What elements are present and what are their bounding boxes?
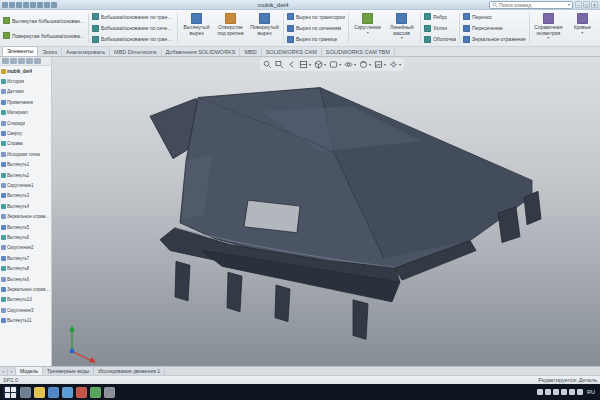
ribbon-button[interactable]: Отверстие под крепеж [214,11,247,45]
graphics-viewport[interactable]: ▾▾▾▾▾▾▾ [52,57,600,366]
tree-item[interactable]: Скругление2 [0,243,51,253]
close-icon[interactable]: × [591,1,598,8]
tree-item[interactable]: Зеркальное отражение1 [0,211,51,221]
app-icon[interactable] [20,387,31,398]
ribbon-button[interactable]: Скругление▾ [351,11,384,45]
tree-item[interactable]: Справа [0,139,51,149]
zoom-area-icon[interactable] [274,59,285,70]
options-icon[interactable] [51,2,57,8]
ribbon-button[interactable]: Линейный массив▾ [385,11,418,45]
ribbon-button[interactable]: Бобышка/основание по границе [91,34,175,45]
part-model[interactable] [52,57,600,366]
ribbon-button[interactable]: Зеркальное отражение [462,34,527,45]
tree-item[interactable]: Зеркальное отражение2 [0,284,51,294]
tree-item[interactable]: Вытянуть4 [0,201,51,211]
model-tab[interactable]: Исследование движения 1 [94,367,165,375]
rebuild-icon[interactable] [44,2,50,8]
ribbon-button[interactable]: Вытянутая бобышка/основание [2,15,86,26]
print-icon[interactable] [23,2,29,8]
tree-item[interactable]: Вытянуть2 [0,170,51,180]
tree-item[interactable]: Сверху [0,128,51,138]
tray-icon[interactable] [561,389,567,395]
tree-item[interactable]: Исходная точка [0,149,51,159]
ribbon-button[interactable]: Повернутый вырез [248,11,281,45]
featuremanager-icon[interactable] [2,58,9,64]
ribbon-button[interactable]: Бобышка/основание по траектории [91,11,175,22]
propertymanager-icon[interactable] [10,58,17,64]
ribbon-tab[interactable]: Добавления SOLIDWORKS [162,48,241,56]
model-tab[interactable]: Модель [16,367,43,375]
tree-item[interactable]: Примечания [0,97,51,107]
tree-item[interactable]: Вытянуть9 [0,274,51,284]
undo-icon[interactable] [30,2,36,8]
ribbon-button[interactable]: Перенос [462,11,527,22]
zoom-fit-icon[interactable] [262,59,273,70]
ribbon-button[interactable]: Оболочка [423,34,457,45]
tabs-scroll-right-icon[interactable]: › [8,367,16,375]
tree-item[interactable]: Материал [0,108,51,118]
tray-icon[interactable] [537,389,543,395]
ribbon-button[interactable]: Повернутая бобышка/основание [2,30,86,41]
tree-item[interactable]: Скругление3 [0,305,51,315]
tree-root-item[interactable]: mubik_det4 [0,66,51,76]
ribbon-tab[interactable]: MBD Dimensions [110,48,161,56]
ribbon-button[interactable]: Вырез по сечениям [286,23,346,34]
ribbon-button[interactable]: Пересечение [462,23,527,34]
tree-item[interactable]: История [0,76,51,86]
tray-icon[interactable] [545,389,551,395]
open-icon[interactable] [9,2,15,8]
tree-item[interactable]: Вытянуть8 [0,263,51,273]
app-icon[interactable] [48,387,59,398]
language-indicator[interactable]: RU [585,389,597,395]
tabs-scroll-left-icon[interactable]: ‹ [0,367,8,375]
redo-icon[interactable] [37,2,43,8]
app-icon[interactable] [34,387,45,398]
app-icon[interactable] [104,387,115,398]
ribbon-tab[interactable]: Элементы [2,46,38,56]
chevron-down-icon[interactable]: ▾ [568,3,570,7]
new-icon[interactable] [2,2,8,8]
app-icon[interactable] [90,387,101,398]
search-input[interactable] [499,2,567,8]
dimxpertmanager-icon[interactable] [26,58,33,64]
model-tab[interactable]: Трехмерные виды [43,367,94,375]
ribbon-tab[interactable]: SOLIDWORKS CAM [262,48,322,56]
tree-item[interactable]: Вытянуть5 [0,222,51,232]
tree-item[interactable]: Вытянуть1 [0,160,51,170]
hide-show-items-icon[interactable]: ▾ [343,59,357,70]
tree-item[interactable]: Вытянуть6 [0,232,51,242]
section-view-icon[interactable]: ▾ [298,59,312,70]
tree-item[interactable]: Вытянуть11 [0,315,51,325]
tray-icon[interactable] [569,389,575,395]
tree-item[interactable]: Вытянуть3 [0,191,51,201]
ribbon-button[interactable]: Вытянутый вырез [180,11,213,45]
ribbon-button[interactable]: Вырез по траектории [286,11,346,22]
ribbon-button[interactable]: Уклон [423,23,457,34]
ribbon-button[interactable]: Ребро [423,11,457,22]
maximize-icon[interactable]: □ [583,1,590,8]
ribbon-tab[interactable]: Анализировать [62,48,110,56]
previous-view-icon[interactable] [286,59,297,70]
ribbon-button[interactable]: Справочная геометрия▾ [532,11,565,45]
app-icon[interactable] [76,387,87,398]
apply-scene-icon[interactable]: ▾ [373,59,387,70]
ribbon-button[interactable]: Кривые▾ [566,11,599,45]
view-orientation-icon[interactable]: ▾ [313,59,327,70]
tree-item[interactable]: Спереди [0,118,51,128]
save-icon[interactable] [16,2,22,8]
ribbon-button[interactable]: Вырез по границе [286,34,346,45]
ribbon-tab[interactable]: SOLIDWORKS CAM TBM [322,48,395,56]
command-search[interactable]: ▾ [489,1,573,9]
tree-item[interactable]: Вытянуть7 [0,253,51,263]
configurationmanager-icon[interactable] [18,58,25,64]
tree-item[interactable]: Вытянуть10 [0,295,51,305]
ribbon-tab[interactable]: MBD [240,48,261,56]
minimize-icon[interactable]: – [575,1,582,8]
tray-icon[interactable] [577,389,583,395]
tree-item[interactable]: Скругление1 [0,180,51,190]
tray-icon[interactable] [553,389,559,395]
displaymanager-icon[interactable] [34,58,41,64]
display-style-icon[interactable]: ▾ [328,59,342,70]
ribbon-tab[interactable]: Эскиз [38,48,62,56]
start-button[interactable] [3,386,17,398]
